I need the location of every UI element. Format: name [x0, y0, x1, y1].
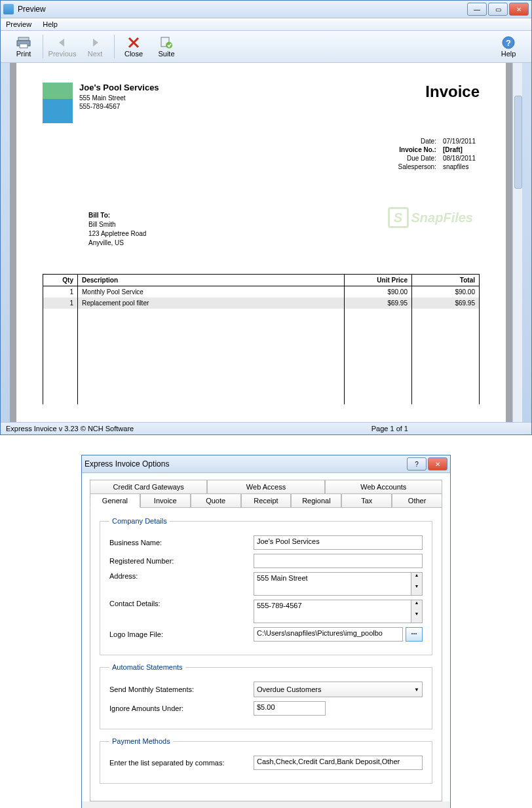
address-label: Address:: [109, 572, 254, 580]
company-phone: 555-789-4567: [79, 102, 159, 111]
send-statements-select[interactable]: Overdue Customers ▼: [254, 682, 423, 697]
scrollbar[interactable]: [512, 63, 522, 422]
window-title: Preview: [18, 5, 467, 14]
previous-button: Previous: [46, 35, 79, 58]
logo-path-input[interactable]: C:\Users\snapfiles\Pictures\img_poolbo: [254, 627, 403, 642]
menu-help[interactable]: Help: [43, 20, 58, 28]
scrollbar-thumb[interactable]: [514, 96, 522, 189]
dialog-help-button[interactable]: ?: [407, 457, 427, 471]
business-name-input[interactable]: Joe's Pool Services: [254, 535, 423, 550]
close-button[interactable]: Close: [117, 35, 150, 58]
logo-label: Logo Image File:: [109, 630, 254, 638]
preview-window: Preview — ▭ ✕ Preview Help Print Previou…: [0, 0, 532, 435]
tab-row-bottom: General Invoice Quote Receipt Regional T…: [90, 493, 442, 508]
statusbar: Express Invoice v 3.23 © NCH Software Pa…: [1, 422, 531, 434]
status-page: Page 1 of 1: [371, 425, 408, 433]
printer-icon: [16, 35, 31, 50]
tab-row-top: Credit Card Gateways Web Access Web Acco…: [90, 480, 442, 493]
toolbar: Print Previous Next Close Suite: [1, 31, 531, 63]
suite-icon: [159, 35, 174, 50]
close-window-button[interactable]: ✕: [509, 3, 529, 16]
auto-statements-group: Automatic Statements Send Monthly Statem…: [100, 663, 432, 729]
help-button[interactable]: ? Help: [492, 35, 525, 58]
payment-list-input[interactable]: Cash,Check,Credit Card,Bank Deposit,Othe…: [254, 756, 423, 770]
tab-quote[interactable]: Quote: [191, 493, 241, 508]
status-version: Express Invoice v 3.23 © NCH Software: [6, 425, 134, 433]
ignore-amounts-label: Ignore Amounts Under:: [109, 704, 254, 712]
menu-preview[interactable]: Preview: [6, 20, 31, 28]
line-items-table: Qty Description Unit Price Total 1 Month…: [43, 274, 480, 404]
watermark: S SnapFiles: [388, 207, 473, 228]
browse-button[interactable]: ...: [406, 627, 423, 642]
table-row: 1 Replacement pool filter $69.95 $69.95: [43, 298, 480, 309]
tab-web-access[interactable]: Web Access: [207, 480, 324, 493]
svg-text:?: ?: [506, 38, 511, 48]
company-name: Joe's Pool Services: [79, 83, 159, 94]
payment-methods-group: Payment Methods Enter the list separated…: [100, 737, 432, 784]
contact-spinner[interactable]: ▲▼: [411, 600, 423, 623]
tab-other[interactable]: Other: [392, 493, 442, 508]
arrow-left-icon: [54, 35, 70, 50]
company-logo: [43, 83, 73, 123]
dialog-close-button[interactable]: ✕: [428, 457, 447, 471]
svg-rect-2: [20, 44, 28, 48]
tab-cc-gateways[interactable]: Credit Card Gateways: [90, 480, 207, 493]
tab-tax[interactable]: Tax: [341, 493, 392, 508]
minimize-button[interactable]: —: [467, 3, 487, 16]
tab-web-accounts[interactable]: Web Accounts: [325, 480, 442, 493]
dialog-title: Express Invoice Options: [85, 459, 407, 469]
chevron-down-icon: ▼: [414, 687, 419, 693]
contact-input[interactable]: 555-789-4567: [254, 600, 411, 623]
close-x-icon: [126, 35, 142, 50]
menubar: Preview Help: [1, 18, 531, 31]
payment-list-label: Enter the list separated by commas:: [109, 759, 254, 767]
business-name-label: Business Name:: [109, 539, 254, 547]
arrow-right-icon: [87, 35, 103, 50]
print-button[interactable]: Print: [7, 35, 40, 58]
maximize-button[interactable]: ▭: [488, 3, 508, 16]
reg-number-label: Registered Number:: [109, 557, 254, 565]
document-title: Invoice: [425, 83, 480, 123]
tab-panel-general: Company Details Business Name: Joe's Poo…: [90, 508, 442, 801]
company-address: 555 Main Street: [79, 94, 159, 102]
invoice-document: Joe's Pool Services 555 Main Street 555-…: [16, 63, 506, 422]
help-icon: ?: [501, 35, 516, 50]
svg-point-4: [166, 42, 172, 48]
titlebar[interactable]: Preview — ▭ ✕: [1, 1, 531, 18]
table-row: 1 Monthly Pool Service $90.00 $90.00: [43, 286, 480, 298]
invoice-meta: Date:07/19/2011 Invoice No.:[Draft] Due …: [394, 136, 480, 172]
preview-viewport: Joe's Pool Services 555 Main Street 555-…: [1, 63, 531, 422]
options-dialog: Express Invoice Options ? ✕ Credit Card …: [81, 455, 451, 808]
suite-button[interactable]: Suite: [150, 35, 183, 58]
tab-general[interactable]: General: [90, 493, 140, 508]
contact-label: Contact Details:: [109, 600, 254, 607]
dialog-titlebar[interactable]: Express Invoice Options ? ✕: [82, 455, 450, 473]
address-spinner[interactable]: ▲▼: [411, 572, 423, 596]
svg-rect-0: [18, 37, 29, 41]
tab-invoice[interactable]: Invoice: [140, 493, 191, 508]
send-statements-label: Send Monthly Statements:: [109, 685, 254, 693]
app-icon: [3, 4, 14, 14]
dialog-buttons: OK Cancel Help: [82, 801, 450, 808]
tab-receipt[interactable]: Receipt: [241, 493, 292, 508]
company-details-group: Company Details Business Name: Joe's Poo…: [100, 517, 432, 655]
tab-regional[interactable]: Regional: [291, 493, 341, 508]
ignore-amounts-input[interactable]: $5.00: [254, 701, 326, 716]
reg-number-input[interactable]: [254, 554, 423, 568]
next-button: Next: [79, 35, 111, 58]
address-input[interactable]: 555 Main Street: [254, 572, 411, 596]
